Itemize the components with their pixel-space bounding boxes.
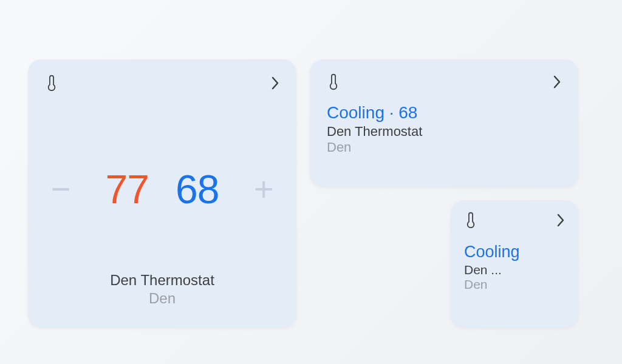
thermometer-icon bbox=[327, 73, 340, 91]
card-header bbox=[45, 74, 279, 92]
card-header bbox=[464, 211, 565, 229]
chevron-right-icon[interactable] bbox=[556, 213, 565, 228]
room-name: Den bbox=[464, 277, 565, 292]
room-name: Den bbox=[45, 290, 279, 307]
chevron-right-icon[interactable] bbox=[271, 76, 279, 90]
cool-setpoint: 68 bbox=[176, 166, 219, 212]
heat-setpoint: 77 bbox=[106, 166, 149, 212]
device-name: Den Thermostat bbox=[327, 124, 561, 140]
thermostat-card-small[interactable]: Cooling Den ... Den bbox=[451, 200, 578, 328]
temperature-display: 77 68 bbox=[106, 166, 219, 212]
status-line: Cooling · 68 bbox=[327, 103, 561, 123]
device-name: Den Thermostat bbox=[45, 272, 279, 289]
chevron-right-icon[interactable] bbox=[553, 75, 561, 89]
thermostat-card-large[interactable]: − 77 68 + Den Thermostat Den bbox=[28, 59, 296, 328]
thermometer-icon bbox=[45, 74, 58, 92]
card-body: Cooling Den ... Den bbox=[464, 243, 565, 292]
card-header bbox=[327, 73, 561, 91]
card-body: Cooling · 68 Den Thermostat Den bbox=[327, 103, 561, 155]
increase-button[interactable]: + bbox=[248, 172, 279, 206]
device-name: Den ... bbox=[464, 263, 565, 277]
status-line: Cooling bbox=[464, 243, 565, 261]
decrease-button[interactable]: − bbox=[45, 172, 77, 206]
room-name: Den bbox=[327, 140, 561, 155]
thermostat-card-medium[interactable]: Cooling · 68 Den Thermostat Den bbox=[310, 59, 578, 187]
card-footer: Den Thermostat Den bbox=[45, 272, 279, 313]
thermometer-icon bbox=[464, 211, 477, 229]
temperature-stepper-row: − 77 68 + bbox=[45, 107, 279, 272]
